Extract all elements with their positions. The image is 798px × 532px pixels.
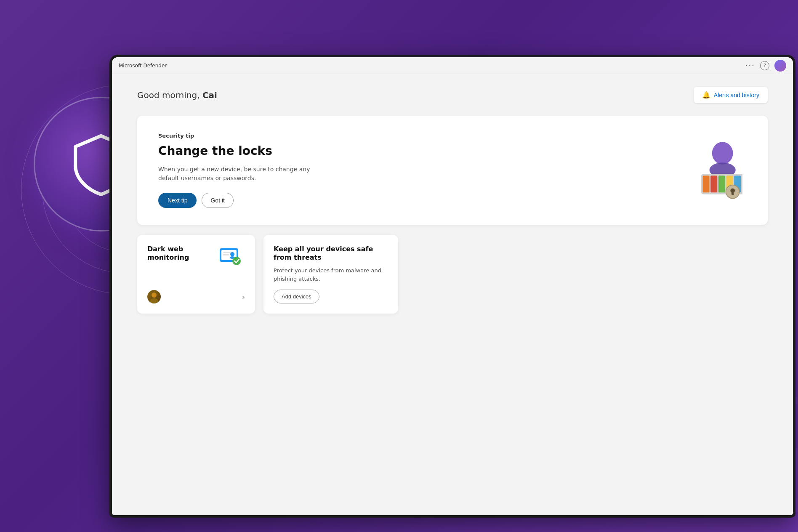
svg-rect-14: [223, 254, 229, 255]
help-button[interactable]: ?: [760, 61, 769, 70]
svg-point-18: [152, 293, 157, 298]
user-avatar-small: [147, 290, 161, 303]
dark-web-title: Dark web monitoring: [147, 245, 218, 263]
add-devices-button[interactable]: Add devices: [274, 290, 319, 303]
tip-illustration: [662, 136, 747, 204]
tip-title: Change the locks: [158, 144, 511, 158]
bell-icon: 🔔: [702, 91, 710, 99]
svg-point-15: [230, 252, 234, 256]
devices-description: Protect your devices from malware and ph…: [274, 266, 388, 283]
top-row: Good morning, Cai 🔔 Alerts and history: [137, 87, 768, 103]
dark-web-card[interactable]: Dark web monitoring: [137, 235, 255, 314]
laptop-frame: Microsoft Defender ··· ? Good morning, C…: [109, 55, 795, 518]
laptop-screen: Microsoft Defender ··· ? Good morning, C…: [112, 57, 793, 515]
dark-web-card-top: Dark web monitoring: [147, 245, 245, 272]
title-bar: Microsoft Defender ··· ?: [112, 57, 793, 74]
alerts-history-button[interactable]: 🔔 Alerts and history: [694, 87, 768, 103]
dark-web-card-bottom: ›: [147, 290, 245, 303]
tip-actions: Next tip Got it: [158, 193, 511, 208]
chevron-right-icon: ›: [242, 293, 245, 301]
svg-rect-13: [223, 252, 231, 253]
greeting-text: Good morning,: [137, 90, 202, 100]
got-it-button[interactable]: Got it: [202, 193, 233, 208]
svg-rect-4: [710, 176, 717, 193]
user-name: Cai: [202, 90, 217, 100]
tip-description: When you get a new device, be sure to ch…: [158, 165, 318, 183]
more-options-button[interactable]: ···: [745, 61, 755, 70]
tip-label: Security tip: [158, 133, 511, 139]
svg-point-17: [232, 257, 241, 265]
devices-title: Keep all your devices safe from threats: [274, 245, 388, 263]
tip-content: Security tip Change the locks When you g…: [158, 133, 511, 208]
svg-rect-3: [703, 176, 710, 193]
lock-illustration: [667, 136, 742, 204]
svg-rect-10: [732, 192, 734, 195]
main-content: Good morning, Cai 🔔 Alerts and history S…: [112, 74, 793, 515]
svg-point-19: [150, 298, 158, 303]
next-tip-button[interactable]: Next tip: [158, 193, 197, 208]
title-bar-controls: ··· ?: [745, 60, 786, 72]
alerts-label: Alerts and history: [714, 92, 759, 98]
greeting: Good morning, Cai: [137, 90, 217, 100]
svg-rect-5: [718, 176, 725, 193]
security-tip-card: Security tip Change the locks When you g…: [137, 116, 768, 225]
user-avatar[interactable]: [774, 60, 786, 72]
devices-card: Keep all your devices safe from threats …: [263, 235, 398, 314]
app-title: Microsoft Defender: [119, 63, 745, 69]
svg-point-0: [712, 142, 733, 165]
dark-web-icon: [218, 245, 245, 272]
bottom-cards: Dark web monitoring: [137, 235, 768, 314]
